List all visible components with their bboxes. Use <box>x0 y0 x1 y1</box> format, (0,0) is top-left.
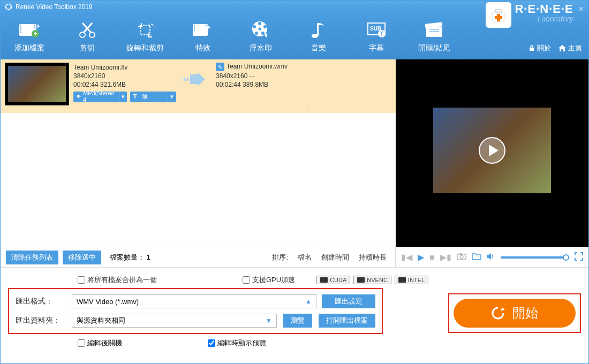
shutdown-checkbox[interactable]: 編輯後關機 <box>78 338 122 348</box>
sort-by-created[interactable]: 創建時間 <box>321 253 349 262</box>
format-label: 匯出格式： <box>16 297 66 306</box>
svg-rect-31 <box>194 25 195 26</box>
start-box: 開始 <box>448 293 581 333</box>
svg-point-5 <box>10 9 11 10</box>
home-icon <box>558 45 566 51</box>
stop-button[interactable]: ■ <box>429 253 435 262</box>
svg-rect-17 <box>34 27 35 28</box>
speaker-icon <box>77 94 81 99</box>
svg-point-4 <box>6 5 7 6</box>
svg-rect-53 <box>182 78 183 81</box>
sort-label: 排序: <box>272 253 288 262</box>
source-filename: Team Umizoomi.flv <box>73 64 170 71</box>
svg-rect-10 <box>495 16 502 19</box>
file-thumbnail[interactable] <box>5 63 69 105</box>
toolbar-music[interactable]: 音樂 <box>290 17 348 59</box>
svg-rect-49 <box>425 22 442 28</box>
crop-rotate-icon <box>135 20 155 40</box>
toolbar-rotate-crop[interactable]: 旋轉和裁剪 <box>116 17 174 59</box>
subtitle-chip[interactable]: T 無 ▾ <box>130 92 176 102</box>
svg-rect-52 <box>530 48 534 51</box>
chevron-down-icon[interactable]: ▾ <box>168 93 176 100</box>
prev-button[interactable]: ▮◀ <box>401 252 412 262</box>
svg-rect-43 <box>317 23 319 36</box>
chevron-down-icon[interactable]: ▾ <box>119 93 127 100</box>
output-placeholder: - <box>308 63 310 109</box>
folder-label: 匯出資料夾： <box>16 316 66 325</box>
preview-thumbnail[interactable] <box>433 108 551 193</box>
chevron-up-icon: ▲ <box>305 298 312 305</box>
clear-list-button[interactable]: 清除任務列表 <box>6 251 58 264</box>
file-row[interactable]: Team Umizoomi.flv 3840x2160 00:02:44 321… <box>1 59 396 113</box>
svg-rect-13 <box>20 27 21 28</box>
brand-logo: R·E·N·E·E Laboratory <box>515 3 573 22</box>
source-resolution: 3840x2160 <box>73 72 170 80</box>
folder-combo[interactable]: 與源資料夾相同▼ <box>72 314 277 328</box>
filmstrip-plus-icon <box>19 20 40 40</box>
start-button[interactable]: 開始 <box>454 299 576 328</box>
file-count-value: 1 <box>147 253 150 261</box>
arrow-icon <box>174 63 212 86</box>
toolbar-subtitle[interactable]: SUBT 字幕 <box>348 17 405 59</box>
remove-selected-button[interactable]: 移除選中 <box>63 251 101 264</box>
svg-point-3 <box>10 5 11 6</box>
audio-chip[interactable]: MP3(Stereo 4 ▾ <box>73 92 127 102</box>
folder-button[interactable] <box>472 253 481 262</box>
next-button[interactable]: ▶▮ <box>440 252 451 262</box>
chevron-down-icon: ▼ <box>266 317 272 324</box>
svg-rect-48 <box>426 27 442 37</box>
svg-point-38 <box>253 25 256 28</box>
gpu-intel-badge[interactable]: INTEL <box>395 276 428 284</box>
volume-icon[interactable] <box>487 253 495 262</box>
open-output-button[interactable]: 打開匯出檔案 <box>319 314 375 328</box>
filmstrip-sparkle-icon <box>193 20 213 40</box>
about-link[interactable]: 關於 <box>528 43 551 53</box>
svg-text:T: T <box>380 31 383 37</box>
sort-by-duration[interactable]: 持續時長 <box>359 253 387 262</box>
svg-point-41 <box>259 28 261 31</box>
lock-icon <box>528 45 535 51</box>
fullscreen-button[interactable] <box>575 252 583 263</box>
merge-checkbox[interactable]: 將所有檔案合拼為一個 <box>78 275 157 285</box>
slate-icon <box>424 20 444 40</box>
toolbar-watermark[interactable]: 浮水印 <box>232 17 290 59</box>
svg-rect-15 <box>20 32 21 33</box>
svg-rect-12 <box>20 25 21 26</box>
svg-point-1 <box>7 5 11 9</box>
first-aid-icon[interactable] <box>486 2 511 28</box>
export-settings-box: 匯出格式： WMV Video (*.wmv)▲ 匯出設定 匯出資料夾： 與源資… <box>8 288 383 334</box>
toolbar-effects[interactable]: 特效 <box>174 17 232 59</box>
gpu-nvenc-badge[interactable]: NVENC <box>353 276 391 284</box>
svg-point-40 <box>255 32 258 35</box>
svg-rect-55 <box>187 78 188 81</box>
home-link[interactable]: 主頁 <box>558 43 582 53</box>
svg-rect-30 <box>193 24 208 36</box>
edit-icon[interactable]: ✎ <box>216 63 224 71</box>
svg-point-37 <box>263 25 267 28</box>
sort-by-name[interactable]: 檔名 <box>298 253 312 262</box>
window-title: Renee Video Toolbox 2019 <box>16 3 93 11</box>
close-button[interactable]: × <box>579 4 584 14</box>
toolbar-intro-outro[interactable]: 開頭/結尾 <box>405 17 463 59</box>
svg-point-2 <box>8 4 9 5</box>
svg-rect-33 <box>194 29 195 31</box>
gpu-cuda-badge[interactable]: CUDA <box>316 276 350 284</box>
format-combo[interactable]: WMV Video (*.wmv)▲ <box>72 294 316 308</box>
preview-panel <box>396 59 588 247</box>
toolbar-cut[interactable]: 剪切 <box>58 17 116 59</box>
play-button[interactable]: ▶ <box>418 252 424 262</box>
svg-point-36 <box>258 22 261 25</box>
camera-button[interactable] <box>457 253 466 262</box>
play-icon[interactable] <box>479 137 505 164</box>
gpu-checkbox[interactable]: 支援GPU加速 <box>243 275 295 285</box>
browse-button[interactable]: 瀏覽 <box>283 314 312 328</box>
svg-rect-8 <box>495 10 502 13</box>
svg-rect-59 <box>459 253 462 255</box>
reel-droplet-icon <box>251 20 271 40</box>
toolbar-add-file[interactable]: 添加檔案 <box>1 17 58 59</box>
preview-checkbox[interactable]: 編輯時顯示預覽 <box>208 338 266 348</box>
output-resolution: 3840x2160 ··· <box>216 72 288 80</box>
volume-slider[interactable] <box>501 256 569 259</box>
export-settings-button[interactable]: 匯出設定 <box>322 294 375 308</box>
subtitle-icon: SUBT <box>366 20 387 40</box>
